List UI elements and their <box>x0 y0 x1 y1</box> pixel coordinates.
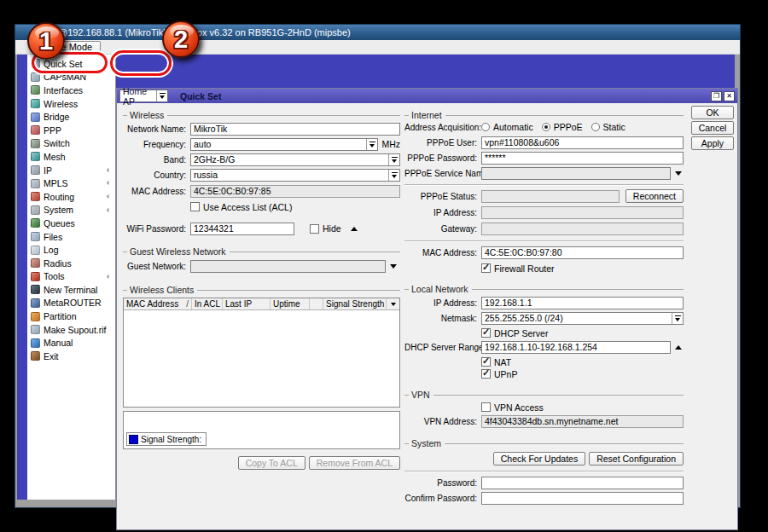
col-blank[interactable] <box>310 298 323 309</box>
dialog-titlebar: Home AP Quick Set ❐ ✕ <box>117 89 737 103</box>
dropdown-button-icon[interactable] <box>672 313 683 324</box>
expand-section-icon[interactable] <box>675 171 682 176</box>
frequency-combo[interactable]: auto <box>190 138 378 151</box>
sidebar-item-bridge[interactable]: Bridge <box>27 110 115 124</box>
close-icon[interactable]: ✕ <box>724 91 735 101</box>
reconnect-button[interactable]: Reconnect <box>625 189 684 203</box>
check-for-updates-button[interactable]: Check For Updates <box>493 452 585 466</box>
pppoe-status-label: PPPoE Status: <box>404 192 481 201</box>
dhcp-range-label: DHCP Server Range: <box>404 343 481 352</box>
sidebar-menu: Quick Set CAPsMAN Interfaces Wireless Br… <box>27 55 116 500</box>
internet-mac-input[interactable]: 4C:5E:0C:B0:97:80 <box>481 246 684 259</box>
sidebar-item-files[interactable]: Files <box>27 230 115 244</box>
confirm-password-input[interactable] <box>481 492 684 505</box>
nat-checkbox[interactable] <box>481 357 491 367</box>
sidebar-item-switch[interactable]: Switch <box>27 137 115 151</box>
reset-configuration-button[interactable]: Reset Configuration <box>589 452 684 466</box>
local-ip-input[interactable]: 192.168.1.1 <box>481 297 684 309</box>
internet-ip-label: IP Address: <box>404 208 481 217</box>
radio-pppoe[interactable] <box>542 123 550 131</box>
dialog-title: Quick Set <box>180 91 221 101</box>
vpn-access-checkbox[interactable] <box>481 402 491 412</box>
annotation-ring-mode-select <box>110 50 172 76</box>
radio-static[interactable] <box>591 123 600 131</box>
system-password-input[interactable] <box>481 477 684 489</box>
separator <box>404 184 684 186</box>
sidebar-item-queues[interactable]: Queues <box>27 217 115 230</box>
collapse-section-icon[interactable] <box>351 227 358 231</box>
band-combo[interactable]: 2GHz-B/G <box>190 153 400 166</box>
dropdown-button-icon[interactable] <box>156 90 167 101</box>
sidebar-item-log[interactable]: Log <box>27 243 115 257</box>
gateway-value <box>481 223 684 235</box>
col-in-acl[interactable]: In ACL <box>192 298 223 309</box>
sidebar-item-metarouter[interactable]: MetaROUTER <box>27 297 115 310</box>
cancel-button[interactable]: Cancel <box>691 121 734 135</box>
mode-select[interactable]: Home AP <box>119 90 168 102</box>
sidebar-item-ip[interactable]: IP <box>27 164 115 177</box>
sort-asc-icon: / <box>186 299 189 309</box>
dialog-actions: OK Cancel Apply <box>691 106 734 150</box>
dropdown-button-icon[interactable] <box>388 170 399 181</box>
network-name-input[interactable]: MikroTik <box>190 123 400 136</box>
confirm-password-label: Confirm Password: <box>404 494 481 503</box>
bridge-icon <box>31 113 40 122</box>
country-label: Country: <box>123 171 190 180</box>
pppoe-password-input[interactable]: ****** <box>481 152 684 165</box>
radio-automatic[interactable] <box>481 123 490 131</box>
col-mac-address[interactable]: MAC Address/ <box>124 298 192 309</box>
pppoe-user-input[interactable]: vpn#110808&u606 <box>481 136 684 149</box>
system-icon <box>31 205 40 215</box>
internet-column: Internet Address Acquisition: Automatic … <box>404 110 684 505</box>
vpn-access-label: VPN Access <box>494 402 544 413</box>
routing-icon <box>31 192 40 201</box>
separator <box>404 471 684 472</box>
frequency-unit: MHz <box>381 139 400 149</box>
restore-icon[interactable]: ❐ <box>711 91 722 101</box>
tools-icon <box>31 272 40 281</box>
sidebar-item-mpls[interactable]: MPLS <box>27 176 115 190</box>
wifi-password-input[interactable]: 12344321 <box>190 223 294 235</box>
use-acl-checkbox[interactable] <box>190 202 200 211</box>
remove-from-acl-button[interactable]: Remove From ACL <box>309 456 400 470</box>
sidebar-item-exit[interactable]: Exit <box>27 350 115 363</box>
col-uptime[interactable]: Uptime <box>271 298 310 309</box>
sidebar-item-manual[interactable]: Manual <box>27 336 115 350</box>
main-titlebar: admin@192.168.88.1 (MikroTik) - WinBox v… <box>15 25 740 40</box>
system-password-label: Password: <box>404 478 481 488</box>
sidebar-item-radius[interactable]: Radius <box>27 257 115 270</box>
copy-to-acl-button[interactable]: Copy To ACL <box>238 456 305 470</box>
sidebar-item-tools[interactable]: Tools <box>27 270 115 284</box>
upnp-checkbox[interactable] <box>481 369 491 379</box>
expand-section-icon[interactable] <box>390 264 397 269</box>
dropdown-button-icon[interactable] <box>366 139 377 150</box>
pppoe-status-value <box>481 190 620 203</box>
sidebar-item-make-supout[interactable]: Make Supout.rif <box>27 323 115 337</box>
sidebar-item-system[interactable]: System <box>27 204 115 217</box>
col-last-ip[interactable]: Last IP <box>223 298 271 309</box>
dhcp-server-checkbox[interactable] <box>481 328 491 338</box>
wireless-mac-value: 4C:5E:0C:B0:97:85 <box>190 185 400 198</box>
ok-button[interactable]: OK <box>691 106 734 119</box>
sidebar-item-wireless[interactable]: Wireless <box>27 97 115 111</box>
col-signal-strength[interactable]: Signal Strength <box>323 298 387 309</box>
table-filter-button[interactable] <box>387 298 399 309</box>
firewall-router-checkbox[interactable] <box>481 263 491 273</box>
clients-table-body[interactable] <box>124 310 399 407</box>
country-combo[interactable]: russia <box>190 169 400 182</box>
sidebar-item-partition[interactable]: Partition <box>27 309 115 323</box>
hide-password-checkbox[interactable] <box>310 224 319 234</box>
apply-button[interactable]: Apply <box>691 136 734 150</box>
sidebar-item-interfaces[interactable]: Interfaces <box>27 84 115 97</box>
sidebar-item-routing[interactable]: Routing <box>27 190 115 204</box>
collapse-section-icon[interactable] <box>675 345 682 350</box>
sidebar-item-new-terminal[interactable]: New Terminal <box>27 283 115 297</box>
switch-icon <box>31 139 40 148</box>
sidebar-item-mesh[interactable]: Mesh <box>27 150 115 164</box>
system-group-header: System <box>404 438 684 448</box>
netmask-combo[interactable]: 255.255.255.0 (/24) <box>481 312 684 325</box>
sidebar-item-ppp[interactable]: PPP <box>27 124 115 137</box>
dhcp-range-input[interactable]: 192.168.1.10-192.168.1.254 <box>481 341 671 354</box>
internet-ip-value <box>481 206 684 219</box>
dropdown-button-icon[interactable] <box>388 154 399 165</box>
